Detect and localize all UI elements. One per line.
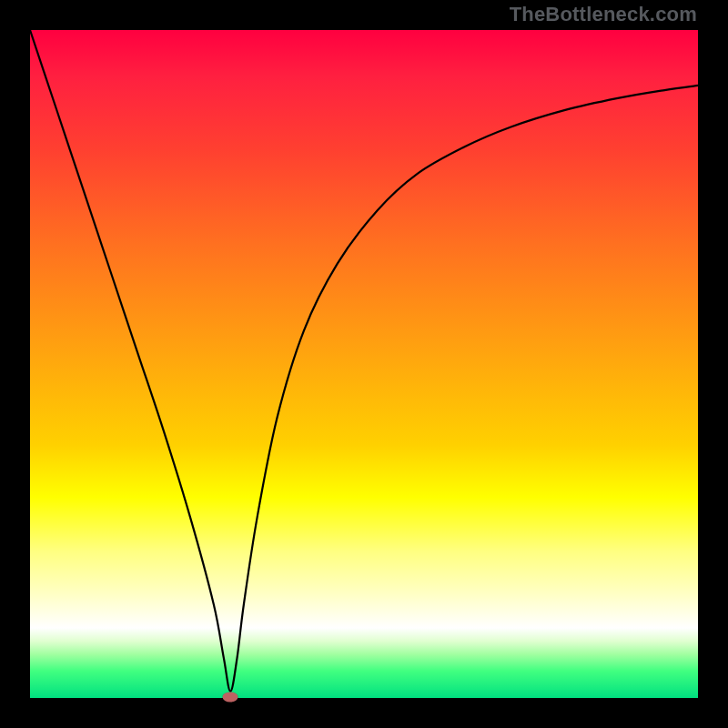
plot-area [30,30,698,698]
watermark-text: TheBottleneck.com [510,3,697,26]
optimal-point-marker [223,692,238,702]
chart-frame: TheBottleneck.com [0,0,728,728]
bottleneck-curve [30,30,698,698]
